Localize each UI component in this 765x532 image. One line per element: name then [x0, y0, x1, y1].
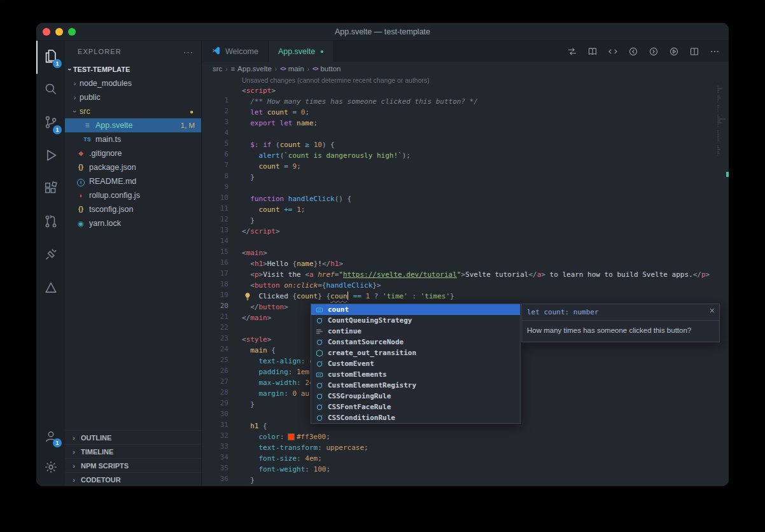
- code-line-20[interactable]: Clicked {count} {coun == 1 ? 'time' : 't…: [242, 291, 717, 302]
- panel-codetour[interactable]: ›CODETOUR: [65, 472, 201, 486]
- tab-app-svelte[interactable]: App.svelte●: [269, 41, 334, 62]
- zoom-window-button[interactable]: [68, 28, 76, 36]
- code-line-8[interactable]: count = 9;: [242, 161, 717, 172]
- code-line-11[interactable]: function handleClick() {: [242, 193, 717, 204]
- split-editor-icon[interactable]: [686, 43, 702, 60]
- navigate-forward-icon[interactable]: [645, 43, 661, 60]
- file-row-.gitignore[interactable]: ◆.gitignore: [65, 146, 201, 160]
- close-icon[interactable]: ×: [710, 305, 715, 316]
- navigate-back-icon[interactable]: [625, 43, 641, 60]
- file-row-yarn.lock[interactable]: ◉yarn.lock: [65, 216, 201, 230]
- tabs: WelcomeApp.svelte●: [202, 41, 334, 62]
- line-number: 5: [202, 138, 228, 149]
- code-line-34[interactable]: text-transform: uppercase;: [242, 442, 717, 453]
- panel-outline[interactable]: ›OUTLINE: [65, 430, 201, 444]
- file-row-main.ts[interactable]: TSmain.ts: [65, 132, 201, 146]
- code-line-4[interactable]: export let name;: [242, 118, 717, 129]
- breadcrumb-main[interactable]: <>main: [280, 65, 304, 73]
- code-line-19[interactable]: <button on:click={handleClick}>: [242, 280, 717, 291]
- code-line-5[interactable]: [242, 129, 717, 139]
- breadcrumb-src[interactable]: src: [213, 65, 222, 73]
- tab-welcome[interactable]: Welcome: [202, 41, 269, 62]
- code-line-3[interactable]: let count = 0;: [242, 107, 717, 118]
- compare-changes-icon[interactable]: [564, 43, 580, 60]
- code-line-15[interactable]: [242, 237, 717, 248]
- code-line-14[interactable]: </script>: [242, 226, 717, 237]
- suggestion-customElements[interactable]: customElements: [311, 369, 520, 380]
- project-root-label: TEST-TEMPLATE: [73, 66, 130, 73]
- code-content[interactable]: Unsaved changes (cannot determine recent…: [242, 76, 717, 486]
- github-pr-activity-item[interactable]: [36, 206, 65, 239]
- code-line-9[interactable]: }: [242, 172, 717, 183]
- explorer-activity-item[interactable]: 1: [36, 41, 65, 74]
- chevron-right-icon: ›: [70, 448, 78, 456]
- open-preview-icon[interactable]: [584, 43, 600, 60]
- code-line-2[interactable]: /** How many times has someone clicked t…: [242, 96, 717, 107]
- suggestion-continue[interactable]: continue: [311, 326, 520, 337]
- accounts-activity-item[interactable]: 1: [36, 423, 65, 453]
- line-number: 9: [202, 181, 228, 192]
- code-line-13[interactable]: }: [242, 215, 717, 226]
- line-number: 20: [202, 300, 228, 311]
- source-control-activity-item[interactable]: 1: [36, 107, 65, 140]
- panel-timeline[interactable]: ›TIMELINE: [65, 444, 201, 458]
- open-changes-icon[interactable]: [605, 43, 621, 60]
- suggestion-create_out_transition[interactable]: create_out_transition: [311, 347, 520, 358]
- run-file-icon[interactable]: [666, 43, 682, 60]
- code-line-33[interactable]: color: #ff3e00;: [242, 431, 717, 442]
- folder-row-src[interactable]: ›src●: [65, 104, 201, 118]
- line-number: 10: [202, 192, 228, 203]
- azure-triangle-activity-item[interactable]: [36, 272, 65, 305]
- file-row-rollup.config.js[interactable]: ◗rollup.config.js: [65, 188, 201, 202]
- code-line-18[interactable]: <p>Visit the <a href="https://svelte.dev…: [242, 269, 717, 280]
- folder-row-node_modules[interactable]: ›node_modules: [65, 76, 201, 90]
- settings-activity-item[interactable]: [36, 453, 65, 484]
- suggest-doc-text: How many times has someone clicked this …: [522, 321, 719, 342]
- suggestion-CSSConditionRule[interactable]: CSSConditionRule: [311, 412, 520, 423]
- file-row-package.json[interactable]: {}package.json: [65, 160, 201, 174]
- project-root-row[interactable]: › TEST-TEMPLATE: [65, 62, 201, 76]
- minimap[interactable]: [717, 76, 726, 486]
- suggestion-count[interactable]: count: [311, 304, 520, 315]
- file-row-App.svelte[interactable]: ≡App.svelte1, M: [65, 118, 201, 132]
- suggest-docs-panel: let count: number How many times has som…: [521, 304, 720, 342]
- more-actions-icon[interactable]: ···: [183, 47, 193, 57]
- codelens-annotation[interactable]: Unsaved changes (cannot determine recent…: [242, 76, 717, 85]
- code-line-35[interactable]: font-size: 4em;: [242, 453, 717, 464]
- search-activity-item[interactable]: [36, 74, 65, 107]
- line-number: 30: [202, 409, 228, 419]
- file-row-tsconfig.json[interactable]: {}tsconfig.json: [65, 202, 201, 216]
- close-window-button[interactable]: [43, 28, 50, 36]
- line-number-gutter[interactable]: 1234567891011121314151617181920212223242…: [202, 76, 242, 486]
- lightbulb-icon[interactable]: [243, 292, 252, 301]
- suggestion-CountQueuingStrategy[interactable]: CountQueuingStrategy: [311, 315, 520, 326]
- code-line-6[interactable]: $: if (count ≥ 10) {: [242, 139, 717, 150]
- file-row-README.md[interactable]: iREADME.md: [65, 174, 201, 188]
- suggestion-CSSGroupingRule[interactable]: CSSGroupingRule: [311, 391, 520, 402]
- panel-npm-scripts[interactable]: ›NPM SCRIPTS: [65, 458, 201, 472]
- code-line-1[interactable]: <script>: [242, 85, 717, 96]
- code-line-10[interactable]: [242, 183, 717, 193]
- breadcrumb-button[interactable]: <>button: [312, 65, 341, 73]
- suggestion-ConstantSourceNode[interactable]: ConstantSourceNode: [311, 337, 520, 347]
- folder-row-public[interactable]: ›public: [65, 90, 201, 104]
- breadcrumb-app-svelte[interactable]: ≡App.svelte: [231, 65, 272, 73]
- remote-plug-activity-item[interactable]: [36, 239, 65, 272]
- minimize-window-button[interactable]: [55, 28, 63, 36]
- run-debug-activity-item[interactable]: [36, 140, 65, 173]
- code-line-12[interactable]: count += 1;: [242, 204, 717, 215]
- suggestion-CSSFontFaceRule[interactable]: CSSFontFaceRule: [311, 402, 520, 412]
- code-editor[interactable]: 1234567891011121314151617181920212223242…: [202, 76, 729, 486]
- extensions-activity-item[interactable]: [36, 173, 65, 206]
- more-actions-icon[interactable]: [706, 43, 722, 60]
- line-number: 25: [202, 354, 228, 365]
- code-line-37[interactable]: }: [242, 475, 717, 486]
- code-line-17[interactable]: <h1>Hello {name}!</h1>: [242, 258, 717, 269]
- suggestion-CustomEvent[interactable]: CustomEvent: [311, 358, 520, 369]
- code-line-16[interactable]: <main>: [242, 248, 717, 258]
- code-line-7[interactable]: alert(`count is dangerously high!`);: [242, 150, 717, 161]
- code-line-36[interactable]: font-weight: 100;: [242, 464, 717, 475]
- breadcrumb: src›≡App.svelte›<>main›<>button: [202, 62, 729, 76]
- chevron-right-icon: ›: [70, 80, 80, 87]
- suggestion-CustomElementRegistry[interactable]: CustomElementRegistry: [311, 380, 520, 391]
